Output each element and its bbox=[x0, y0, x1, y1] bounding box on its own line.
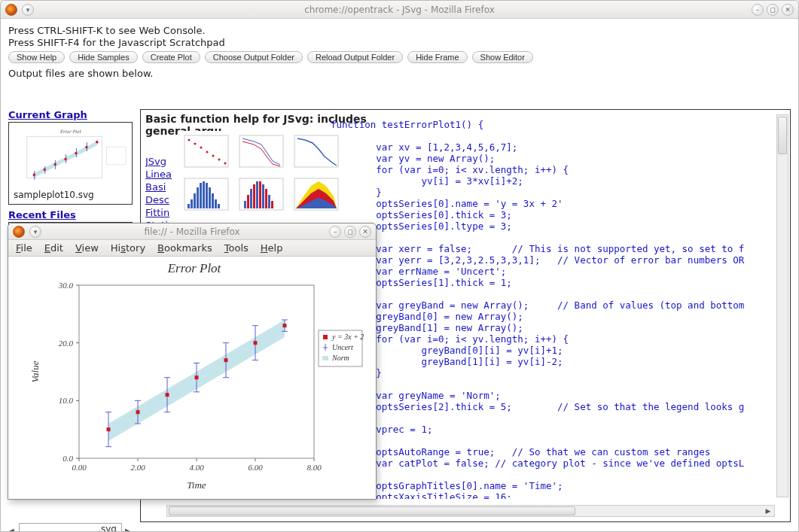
svg-text:20.0: 20.0 bbox=[59, 339, 74, 348]
svg-rect-50 bbox=[271, 201, 273, 208]
svg-rect-14 bbox=[75, 152, 77, 154]
doc-link[interactable]: JSvg bbox=[145, 155, 172, 168]
svg-text:y = 3x + 2: y = 3x + 2 bbox=[331, 333, 364, 341]
svg-rect-45 bbox=[256, 181, 258, 208]
maximize-button[interactable]: ◻ bbox=[767, 4, 779, 16]
svg-rect-16 bbox=[96, 141, 98, 143]
svg-rect-31 bbox=[194, 193, 196, 208]
help-line-1: Press CTRL-SHIFT-K to see Web Console. bbox=[8, 25, 791, 36]
minimize-button[interactable]: – bbox=[752, 4, 764, 16]
svg-text:Norm: Norm bbox=[331, 354, 349, 362]
svg-rect-92 bbox=[195, 375, 199, 379]
menu-help[interactable]: Help bbox=[261, 242, 283, 254]
scroll-right-icon[interactable]: ▶ bbox=[762, 506, 774, 516]
svg-rect-48 bbox=[265, 189, 267, 208]
svg-rect-46 bbox=[259, 181, 261, 208]
svg-point-20 bbox=[194, 143, 197, 145]
svg-rect-41 bbox=[244, 201, 246, 208]
popup-close-button[interactable]: ✕ bbox=[359, 226, 371, 238]
svg-text:0.00: 0.00 bbox=[72, 463, 87, 472]
firefox-icon bbox=[5, 4, 17, 16]
svg-rect-43 bbox=[250, 189, 252, 208]
doc-link[interactable]: Linea bbox=[145, 168, 172, 181]
create-plot-button[interactable]: Create Plot bbox=[142, 51, 200, 63]
svg-point-24 bbox=[218, 159, 221, 161]
current-graph-thumb[interactable]: Error Plot bbox=[8, 122, 133, 205]
window-toggle-button[interactable]: ▾ bbox=[22, 4, 34, 16]
popup-titlebar: ▾ file:// - Mozilla Firefox – ◻ ✕ bbox=[8, 223, 376, 240]
window-title: chrome://opentrack - JSvg - Mozilla Fire… bbox=[1, 5, 798, 15]
help-line-2: Press SHIFT-F4 for the Javascript Scratc… bbox=[8, 37, 791, 48]
thumb-caption: sampleplot10.svg bbox=[11, 187, 130, 202]
extension-input[interactable]: .svg bbox=[19, 523, 122, 531]
popup-title: file:// - Mozilla Firefox bbox=[8, 226, 376, 237]
svg-rect-36 bbox=[209, 187, 211, 208]
recent-files-heading[interactable]: Recent Files bbox=[8, 209, 133, 220]
chart-svg: 0.002.004.006.008.000.010.020.030.0TimeV… bbox=[20, 276, 367, 494]
chart: Error Plot 0.002.004.006.008.000.010.020… bbox=[20, 261, 368, 494]
chart-title: Error Plot bbox=[20, 261, 368, 276]
popup-minimize-button[interactable]: – bbox=[329, 226, 341, 238]
menu-tools[interactable]: Tools bbox=[224, 242, 249, 254]
svg-point-21 bbox=[200, 147, 203, 149]
chevron-right-icon[interactable]: ▶ bbox=[125, 527, 133, 532]
svg-text:0.0: 0.0 bbox=[63, 454, 73, 463]
close-button[interactable]: ✕ bbox=[782, 4, 794, 16]
svg-rect-38 bbox=[215, 199, 217, 208]
svg-text:Time: Time bbox=[187, 479, 206, 491]
svg-rect-35 bbox=[206, 183, 208, 208]
menu-edit[interactable]: Edit bbox=[44, 242, 63, 254]
svg-text:6.00: 6.00 bbox=[248, 463, 263, 472]
svg-rect-15 bbox=[85, 146, 87, 148]
svg-rect-111 bbox=[322, 356, 328, 360]
svg-text:10.0: 10.0 bbox=[59, 396, 74, 405]
choose-output-folder-button[interactable]: Choose Output Folder bbox=[205, 51, 303, 63]
svg-rect-32 bbox=[197, 187, 199, 208]
svg-point-22 bbox=[206, 151, 209, 154]
hide-samples-button[interactable]: Hide Samples bbox=[69, 51, 137, 63]
doc-link[interactable]: Fittin bbox=[145, 206, 172, 219]
svg-rect-10 bbox=[33, 174, 35, 176]
svg-rect-11 bbox=[44, 169, 46, 171]
doc-links: JSvg Linea Basi Desc Fittin Stati bbox=[145, 155, 172, 232]
extension-row: ◀ .svg ▶ bbox=[8, 523, 133, 531]
svg-rect-17 bbox=[106, 147, 126, 165]
svg-rect-106 bbox=[323, 335, 328, 339]
scrollbar-thumb[interactable] bbox=[169, 506, 575, 515]
doc-link[interactable]: Basi bbox=[145, 181, 172, 193]
svg-rect-96 bbox=[224, 358, 228, 362]
svg-rect-34 bbox=[203, 181, 205, 208]
current-graph-heading[interactable]: Current Graph bbox=[8, 109, 133, 120]
menu-history[interactable]: History bbox=[111, 242, 145, 254]
menu-bookmarks[interactable]: Bookmarks bbox=[157, 242, 212, 254]
popup-toggle-button[interactable]: ▾ bbox=[29, 226, 41, 238]
show-help-button[interactable]: Show Help bbox=[8, 51, 65, 63]
menu-file[interactable]: File bbox=[16, 242, 32, 254]
svg-rect-37 bbox=[212, 193, 214, 208]
doc-link[interactable]: Desc bbox=[145, 193, 172, 206]
mini-charts bbox=[180, 131, 343, 214]
svg-rect-39 bbox=[218, 204, 220, 208]
svg-text:30.0: 30.0 bbox=[58, 281, 74, 290]
show-editor-button[interactable]: Show Editor bbox=[472, 51, 533, 63]
vertical-scrollbar[interactable] bbox=[776, 114, 788, 497]
svg-text:8.00: 8.00 bbox=[306, 463, 322, 472]
svg-rect-29 bbox=[188, 204, 190, 208]
chevron-left-icon[interactable]: ◀ bbox=[8, 527, 16, 532]
svg-rect-100 bbox=[254, 341, 258, 345]
menu-view[interactable]: View bbox=[75, 242, 99, 254]
scrollbar-thumb[interactable] bbox=[778, 117, 787, 154]
svg-text:Uncert: Uncert bbox=[332, 343, 353, 351]
popup-maximize-button[interactable]: ◻ bbox=[344, 226, 356, 238]
svg-point-19 bbox=[188, 139, 191, 141]
horizontal-scrollbar[interactable]: ◀ ▶ bbox=[166, 505, 775, 517]
svg-rect-33 bbox=[200, 183, 202, 208]
svg-rect-84 bbox=[136, 410, 140, 414]
hide-frame-button[interactable]: Hide Frame bbox=[407, 51, 467, 63]
svg-rect-47 bbox=[262, 184, 264, 208]
svg-rect-12 bbox=[54, 163, 56, 166]
svg-text:4.00: 4.00 bbox=[189, 463, 204, 472]
svg-text:2.00: 2.00 bbox=[130, 463, 145, 472]
reload-output-folder-button[interactable]: Reload Output Folder bbox=[307, 51, 403, 63]
svg-rect-30 bbox=[191, 199, 193, 208]
